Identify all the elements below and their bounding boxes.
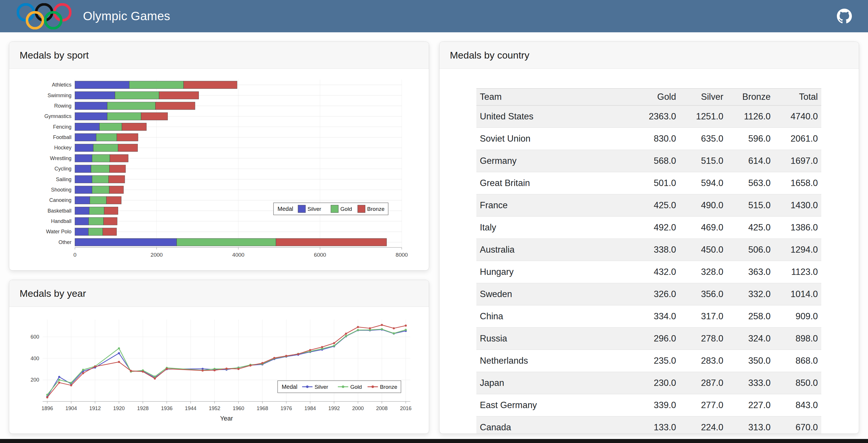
medal-count-cell: 1294.0 <box>774 239 821 261</box>
chart-legend: MedalSilverGoldBronze <box>278 381 401 393</box>
card-title-sport: Medals by sport <box>9 42 429 69</box>
category-label: Wrestling <box>50 155 71 161</box>
bar-segment-gold <box>115 91 159 99</box>
medal-count-cell: 4740.0 <box>774 106 821 128</box>
medal-count-cell: 594.0 <box>680 172 727 195</box>
medal-count-cell: 425.0 <box>727 216 774 239</box>
medal-count-cell: 283.0 <box>680 350 727 372</box>
point-marker-bronze <box>261 362 264 364</box>
y-tick-label: 400 <box>31 356 39 361</box>
x-tick-label: 1896 <box>41 406 53 411</box>
x-tick-label: 1968 <box>256 406 268 411</box>
github-link[interactable] <box>837 9 852 24</box>
category-label: Fencing <box>53 124 71 130</box>
x-tick-label: 6000 <box>314 252 326 258</box>
category-label: Water Polo <box>46 229 71 234</box>
medal-count-cell: 1386.0 <box>774 216 821 239</box>
bar-segment-bronze <box>108 175 125 183</box>
point-marker-bronze <box>166 368 168 370</box>
legend-label: Gold <box>340 206 352 212</box>
medal-count-cell: 850.0 <box>774 372 821 394</box>
bar-segment-bronze <box>110 155 128 162</box>
point-marker-bronze <box>130 370 132 372</box>
legend-label: Bronze <box>367 206 384 212</box>
medal-count-cell: 501.0 <box>632 172 680 195</box>
point-marker-gold <box>345 335 347 337</box>
category-label: Swimming <box>48 93 71 98</box>
bar-segment-bronze <box>110 165 126 173</box>
bar-segment-bronze <box>109 186 124 194</box>
navbar-brand[interactable]: Olympic Games <box>17 3 170 29</box>
point-marker-gold <box>70 382 72 384</box>
bar-segment-gold <box>90 197 106 204</box>
point-marker-silver <box>118 352 120 354</box>
x-tick-label: 2000 <box>150 252 162 258</box>
medal-count-cell: 670.0 <box>774 416 821 434</box>
bar-segment-gold <box>99 123 122 131</box>
bar-segment-silver <box>75 165 91 173</box>
medals-by-sport-chart: 02000400060008000AthleticsSwimmingRowing… <box>18 76 420 261</box>
point-marker-bronze <box>214 369 216 371</box>
point-marker-bronze <box>225 367 227 370</box>
bar-segment-gold <box>91 165 110 173</box>
medal-count-cell: 614.0 <box>727 150 774 172</box>
table-row: East Germany339.0277.0227.0843.0 <box>476 394 821 416</box>
y-tick-label: 200 <box>31 377 39 383</box>
legend-swatch-gold <box>331 205 338 212</box>
medal-count-cell: 356.0 <box>680 283 727 305</box>
medal-count-cell: 490.0 <box>680 195 727 216</box>
medal-count-cell: 563.0 <box>727 172 774 195</box>
point-marker-bronze <box>321 346 323 348</box>
medal-count-cell: 332.0 <box>727 283 774 305</box>
point-marker-bronze <box>333 342 335 344</box>
table-row: Netherlands235.0283.0350.0868.0 <box>476 350 821 372</box>
point-marker-bronze <box>369 327 371 329</box>
point-marker-bronze <box>154 378 156 380</box>
column-header-team: Team <box>476 89 632 106</box>
main-content: Medals by sport 02000400060008000Athleti… <box>0 32 868 434</box>
bar-segment-gold <box>96 134 117 141</box>
medal-count-cell: 326.0 <box>632 283 680 305</box>
point-marker-gold <box>393 332 395 334</box>
navbar: Olympic Games <box>0 0 868 32</box>
bar-segment-silver <box>75 144 93 151</box>
table-row: Soviet Union830.0635.0596.02061.0 <box>476 128 821 150</box>
bar-segment-bronze <box>117 134 138 141</box>
point-marker-bronze <box>381 324 383 326</box>
bar-segment-silver <box>75 113 107 120</box>
point-marker-bronze <box>238 368 240 370</box>
team-cell: Great Britain <box>476 172 632 195</box>
team-cell: Russia <box>476 328 632 350</box>
y-tick-label: 600 <box>31 334 39 340</box>
medal-count-cell: 1014.0 <box>774 283 821 305</box>
bar-segment-bronze <box>106 197 121 204</box>
medal-count-cell: 230.0 <box>632 372 680 394</box>
table-row: Japan230.0287.0333.0850.0 <box>476 372 821 394</box>
bar-segment-bronze <box>184 81 237 89</box>
bar-segment-bronze <box>159 91 198 99</box>
medal-count-cell: 450.0 <box>680 239 727 261</box>
team-cell: France <box>476 195 632 216</box>
medal-count-cell: 568.0 <box>632 150 680 172</box>
medal-count-cell: 227.0 <box>727 394 774 416</box>
medal-count-cell: 843.0 <box>774 394 821 416</box>
point-marker-bronze <box>297 353 299 355</box>
medal-count-cell: 133.0 <box>632 416 680 434</box>
point-marker-gold <box>154 376 156 378</box>
category-label: Shooting <box>51 187 71 193</box>
column-header-bronze: Bronze <box>727 89 774 106</box>
table-row: Great Britain501.0594.0563.01658.0 <box>476 172 821 195</box>
point-marker-bronze <box>118 361 120 363</box>
bar-segment-silver <box>75 91 115 99</box>
point-marker-bronze <box>46 396 48 398</box>
medal-count-cell: 277.0 <box>680 394 727 416</box>
bar-segment-gold <box>89 207 104 214</box>
point-marker-gold <box>381 328 383 330</box>
point-marker-bronze <box>58 382 60 384</box>
team-cell: Germany <box>476 150 632 172</box>
card-body-year: 1896190419121920192819361944195219601968… <box>9 307 429 434</box>
bar-segment-silver <box>75 207 89 214</box>
legend-swatch-bronze <box>358 205 365 212</box>
medal-count-cell: 506.0 <box>727 239 774 261</box>
medal-count-cell: 258.0 <box>727 305 774 328</box>
